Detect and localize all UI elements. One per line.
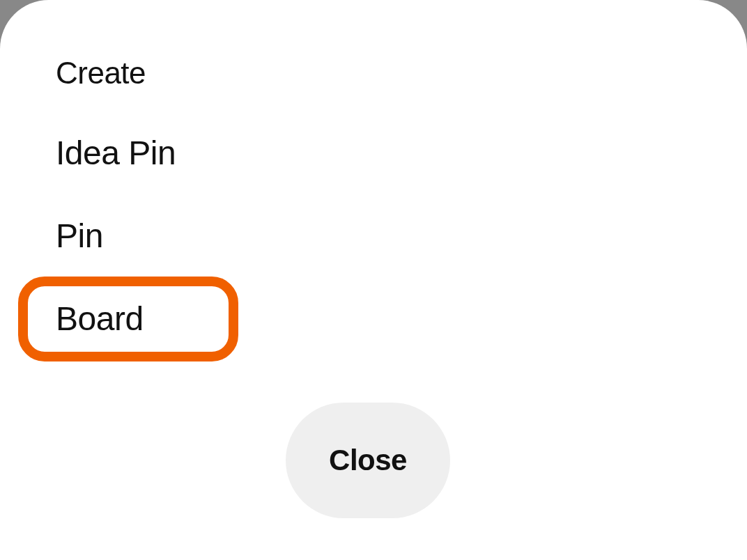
create-sheet: Create Idea Pin Pin Board Close	[0, 0, 747, 560]
sheet-heading: Create	[56, 56, 747, 91]
close-button[interactable]: Close	[286, 403, 450, 518]
option-pin[interactable]: Pin	[56, 217, 103, 255]
option-board[interactable]: Board	[56, 300, 144, 338]
option-idea-pin[interactable]: Idea Pin	[56, 134, 176, 172]
